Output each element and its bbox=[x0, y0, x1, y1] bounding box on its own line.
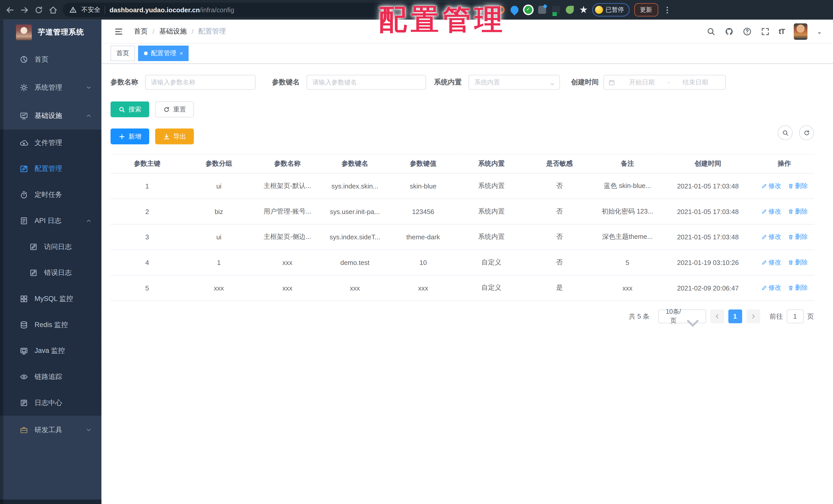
toggle-search-icon[interactable] bbox=[778, 125, 792, 140]
goto-page-input[interactable] bbox=[786, 309, 803, 323]
param-key-label: 参数键名 bbox=[272, 77, 300, 87]
sidebar-item-错误日志[interactable]: 错误日志 bbox=[0, 259, 101, 286]
app-logo[interactable]: 芋道管理系统 bbox=[0, 20, 101, 45]
browser-menu-icon[interactable] bbox=[663, 6, 671, 14]
ext-gray-blue-icon[interactable] bbox=[538, 6, 546, 14]
sidebar-item-系统管理[interactable]: 系统管理 bbox=[0, 73, 101, 101]
table-cell: 初始化密码 123... bbox=[593, 199, 662, 224]
dashboard-icon bbox=[20, 55, 28, 64]
sidebar-item-首页[interactable]: 首页 bbox=[0, 45, 101, 73]
emoji-icon bbox=[595, 6, 603, 14]
breadcrumb-item[interactable]: 基础设施 bbox=[159, 27, 187, 36]
delete-link[interactable]: 删除 bbox=[788, 181, 808, 191]
sidebar-menu: 首页系统管理基础设施文件管理配置管理定时任务API 日志访问日志错误日志MySQ… bbox=[0, 45, 101, 444]
table-cell: 2021-01-05 17:03:48 bbox=[661, 199, 754, 224]
table-cell: theme-dark bbox=[389, 224, 457, 250]
sidebar-item-mysql-监控[interactable]: MySQL 监控 bbox=[0, 286, 101, 312]
prev-page-button[interactable] bbox=[710, 309, 724, 323]
ext-green-check-icon[interactable] bbox=[524, 6, 532, 14]
sidebar-item-链路追踪[interactable]: 链路追踪 bbox=[0, 363, 101, 390]
current-page-button[interactable]: 1 bbox=[728, 309, 742, 323]
forward-icon[interactable] bbox=[20, 5, 29, 15]
content: 参数名称 参数键名 系统内置 系统内置 创建时间 开始日期 - 结束日期 bbox=[101, 64, 833, 504]
bookmark-star-icon[interactable] bbox=[475, 6, 483, 14]
edit-link[interactable]: 修改 bbox=[761, 207, 781, 216]
edit-link[interactable]: 修改 bbox=[761, 181, 781, 191]
delete-link[interactable]: 删除 bbox=[788, 283, 808, 293]
date-range-input[interactable]: 开始日期 - 结束日期 bbox=[603, 75, 725, 90]
sidebar-item-label: Redis 监控 bbox=[34, 320, 68, 329]
ext-blue-pin-icon[interactable] bbox=[509, 4, 520, 15]
search-icon[interactable] bbox=[706, 27, 715, 36]
sidebar-item-api-日志[interactable]: API 日志 bbox=[0, 208, 101, 234]
ext-puzzle-icon[interactable] bbox=[580, 6, 588, 14]
breadcrumb-item[interactable]: 首页 bbox=[134, 27, 148, 36]
search-button[interactable]: 搜索 bbox=[111, 101, 149, 117]
table-row: 1ui主框架页-默认...sys.index.skin...skin-blue系… bbox=[111, 173, 814, 199]
reload-icon[interactable] bbox=[34, 5, 44, 15]
delete-link[interactable]: 删除 bbox=[788, 258, 808, 267]
reset-button[interactable]: 重置 bbox=[155, 101, 194, 117]
param-key-input[interactable] bbox=[307, 75, 426, 90]
collapse-sidebar-icon[interactable] bbox=[114, 27, 123, 36]
sidebar-item-日志中心[interactable]: 日志中心 bbox=[0, 390, 101, 416]
export-button[interactable]: 导出 bbox=[155, 128, 194, 144]
edit-link[interactable]: 修改 bbox=[761, 258, 781, 267]
sidebar-item-访问日志[interactable]: 访问日志 bbox=[0, 233, 101, 259]
delete-link[interactable]: 删除 bbox=[788, 207, 808, 216]
sidebar-item-java-监控[interactable]: Java 监控 bbox=[0, 337, 101, 363]
sidebar-item-配置管理[interactable]: 配置管理 bbox=[0, 155, 101, 181]
browser-update-button[interactable]: 更新 bbox=[634, 3, 658, 16]
ext-cn-badge-icon[interactable] bbox=[552, 6, 560, 14]
avatar[interactable] bbox=[793, 23, 807, 40]
table-cell: 主框架页-侧边... bbox=[254, 224, 321, 250]
font-size-icon[interactable]: tT bbox=[779, 27, 785, 35]
page-size-select[interactable]: 10条/页 bbox=[658, 309, 706, 323]
refresh-table-icon[interactable] bbox=[799, 125, 814, 140]
goto-label: 前往 bbox=[769, 312, 783, 321]
sidebar-item-label: 错误日志 bbox=[44, 268, 72, 277]
table-cell: 系统内置 bbox=[457, 173, 525, 199]
delete-link[interactable]: 删除 bbox=[788, 232, 808, 242]
sidebar-item-label: 配置管理 bbox=[34, 163, 62, 173]
table-cell: 自定义 bbox=[457, 250, 525, 275]
tab-首页[interactable]: 首页 bbox=[111, 46, 135, 61]
sidebar-item-研发工具[interactable]: 研发工具 bbox=[0, 415, 101, 444]
tab-配置管理[interactable]: 配置管理× bbox=[138, 46, 189, 61]
sidebar-item-label: API 日志 bbox=[34, 216, 62, 225]
fullscreen-icon[interactable] bbox=[761, 27, 769, 36]
home-icon[interactable] bbox=[48, 5, 58, 15]
edit-link[interactable]: 修改 bbox=[761, 232, 781, 242]
table-cell: 自定义 bbox=[457, 275, 525, 301]
date-end-placeholder: 结束日期 bbox=[670, 78, 721, 87]
table-cell: 2021-01-05 17:03:48 bbox=[661, 224, 754, 250]
caret-down-icon[interactable] bbox=[817, 28, 823, 34]
close-tab-icon[interactable]: × bbox=[180, 50, 183, 56]
logo-image bbox=[16, 24, 32, 40]
mysql-grid-icon bbox=[20, 294, 28, 303]
ext-green-leaf-icon[interactable] bbox=[566, 6, 574, 14]
table-cell: xxx bbox=[593, 275, 662, 301]
tab-bar: 首页配置管理× bbox=[101, 44, 833, 64]
sidebar-item-redis-监控[interactable]: Redis 监控 bbox=[0, 312, 101, 338]
api-log-icon bbox=[20, 216, 28, 225]
param-name-input[interactable] bbox=[145, 75, 256, 90]
ext-orange-ring-icon[interactable] bbox=[497, 6, 505, 14]
back-icon[interactable] bbox=[5, 5, 15, 15]
table-cell: xxx bbox=[389, 275, 457, 301]
sidebar-item-文件管理[interactable]: 文件管理 bbox=[0, 130, 101, 156]
sidebar-item-基础设施[interactable]: 基础设施 bbox=[0, 101, 101, 129]
add-button[interactable]: 新增 bbox=[111, 128, 149, 144]
help-icon[interactable] bbox=[743, 27, 752, 36]
github-icon[interactable] bbox=[724, 27, 734, 36]
table-cell: 否 bbox=[525, 199, 593, 224]
system-builtin-select[interactable]: 系统内置 bbox=[469, 75, 560, 90]
table-cell: demo.test bbox=[321, 250, 389, 275]
system-builtin-label: 系统内置 bbox=[434, 77, 462, 87]
sidebar-item-定时任务[interactable]: 定时任务 bbox=[0, 181, 101, 208]
paused-extension-pill[interactable]: 已暂停 bbox=[592, 3, 629, 16]
next-page-button[interactable] bbox=[746, 309, 760, 323]
edit-link[interactable]: 修改 bbox=[761, 283, 781, 293]
address-bar[interactable]: 不安全 dashboard.yudao.iocoder.cn/infra/con… bbox=[63, 3, 490, 17]
chevron-up-icon bbox=[86, 217, 92, 224]
